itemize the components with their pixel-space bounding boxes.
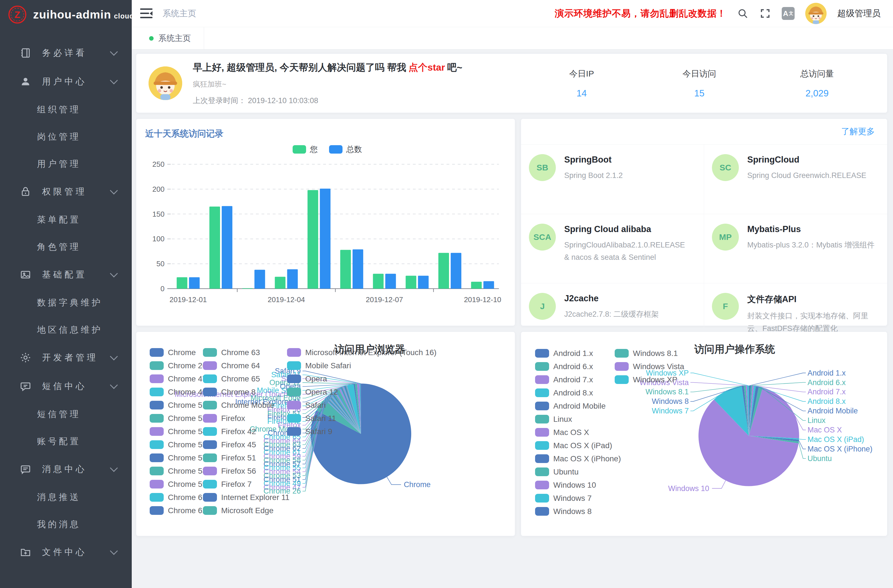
legend-item-Windows 8[interactable]: Windows 8 [535, 505, 621, 518]
legend-item-Windows Vista[interactable]: Windows Vista [615, 360, 684, 373]
legend-item-Firefox 51[interactable]: Firefox 51 [203, 451, 290, 465]
legend-item-Microsoft Edge[interactable]: Microsoft Edge [203, 504, 290, 517]
legend-item-Firefox 56[interactable]: Firefox 56 [203, 465, 290, 478]
bar-总数-2019-12-03[interactable] [254, 270, 265, 289]
tab-home[interactable]: 系统主页 [136, 27, 204, 49]
sidebar-item-文件中心[interactable]: 文件中心 [0, 538, 132, 566]
legend-item-Chrome 64[interactable]: Chrome 64 [203, 359, 290, 372]
bar-总数-2019-12-05[interactable] [320, 189, 331, 289]
bar-总数-2019-12-06[interactable] [353, 250, 363, 289]
sidebar-item-务必详看[interactable]: 务必详看 [0, 39, 132, 67]
sidebar-item-开发者管理[interactable]: 开发者管理 [0, 343, 132, 372]
legend-item-Ubuntu[interactable]: Ubuntu [535, 465, 621, 478]
app-logo[interactable]: Z zuihou-admincloud [0, 0, 132, 29]
star-link[interactable]: 点个star [408, 62, 445, 72]
bar-总数-2019-12-07[interactable] [385, 274, 396, 289]
legend-item-Mac OS X (iPhone)[interactable]: Mac OS X (iPhone) [535, 452, 621, 465]
legend-item-Windows 8.1[interactable]: Windows 8.1 [615, 347, 684, 360]
legend-item-Chrome 57[interactable]: Chrome 57 [150, 451, 207, 465]
legend-item-Chrome 61[interactable]: Chrome 61 [150, 491, 207, 504]
legend-item-Opera[interactable]: Opera [287, 372, 436, 385]
legend-item-Opera 12[interactable]: Opera 12 [287, 385, 436, 399]
sidebar-item-角色管理[interactable]: 角色管理 [0, 233, 132, 260]
sidebar-item-账号配置[interactable]: 账号配置 [0, 428, 132, 455]
sidebar-item-用户管理[interactable]: 用户管理 [0, 150, 132, 177]
legend-item-Chrome 65[interactable]: Chrome 65 [203, 372, 290, 385]
sidebar-item-我的消息[interactable]: 我的消息 [0, 511, 132, 538]
legend-item-Chrome 51[interactable]: Chrome 51 [150, 399, 207, 412]
bar-总数-2019-12-08[interactable] [418, 276, 428, 289]
legend-item-Chrome Mobile[interactable]: Chrome Mobile [203, 399, 290, 412]
sidebar-item-岗位管理[interactable]: 岗位管理 [0, 123, 132, 150]
stat-value[interactable]: 15 [640, 88, 758, 99]
legend-item-Android 8.x[interactable]: Android 8.x [535, 386, 621, 399]
legend-item-Windows 7[interactable]: Windows 7 [535, 492, 621, 505]
sidebar-item-组织管理[interactable]: 组织管理 [0, 96, 132, 123]
legend-item-Firefox[interactable]: Firefox [203, 412, 290, 425]
legend-item-Firefox 45[interactable]: Firefox 45 [203, 438, 290, 451]
legend-item-Internet Explorer 11[interactable]: Internet Explorer 11 [203, 491, 290, 504]
sidebar-collapse-icon[interactable] [140, 8, 152, 18]
search-icon[interactable] [737, 8, 749, 20]
bar-总数-2019-12-01[interactable] [189, 277, 200, 289]
legend-item-Firefox 7[interactable]: Firefox 7 [203, 478, 290, 491]
legend-item-Chrome 55[interactable]: Chrome 55 [150, 438, 207, 451]
bar-您-2019-12-03[interactable] [242, 288, 253, 289]
sidebar-item-基础配置[interactable]: 基础配置 [0, 260, 132, 289]
legend-item-Chrome 8[interactable]: Chrome 8 [203, 385, 290, 399]
legend-item-Safari 9[interactable]: Safari 9 [287, 425, 436, 438]
sidebar-item-消息中心[interactable]: 消息中心 [0, 455, 132, 483]
sidebar-item-用户中心[interactable]: 用户中心 [0, 67, 132, 96]
sidebar-item-权限管理[interactable]: 权限管理 [0, 177, 132, 206]
legend-item-Android 1.x[interactable]: Android 1.x [535, 347, 621, 360]
bar-您-2019-12-02[interactable] [209, 206, 220, 289]
bar-您-2019-12-10[interactable] [471, 282, 482, 289]
bar-总数-2019-12-02[interactable] [222, 206, 232, 289]
legend-item-Windows 10[interactable]: Windows 10 [535, 478, 621, 492]
legend-item-Safari[interactable]: Safari [287, 399, 436, 412]
legend-item-Safari 11[interactable]: Safari 11 [287, 412, 436, 425]
legend-item-您[interactable]: 您 [293, 144, 318, 155]
sidebar-item-数据字典维护[interactable]: 数据字典维护 [0, 289, 132, 316]
legend-item-Chrome 63[interactable]: Chrome 63 [203, 346, 290, 359]
legend-item-Chrome[interactable]: Chrome [150, 346, 207, 359]
sidebar-item-短信管理[interactable]: 短信管理 [0, 400, 132, 428]
bar-您-2019-12-01[interactable] [177, 277, 187, 289]
legend-item-Windows XP[interactable]: Windows XP [615, 373, 684, 386]
bar-您-2019-12-05[interactable] [307, 190, 318, 289]
legend-item-Chrome 54[interactable]: Chrome 54 [150, 425, 207, 438]
legend-item-Chrome 49[interactable]: Chrome 49 [150, 385, 207, 399]
translate-icon[interactable]: A文 [782, 7, 795, 20]
legend-item-总数[interactable]: 总数 [329, 144, 362, 155]
username-label[interactable]: 超级管理员 [837, 8, 881, 20]
learn-more-link[interactable]: 了解更多 [841, 126, 875, 137]
bar-总数-2019-12-09[interactable] [451, 253, 462, 289]
legend-item-Mac OS X (iPad)[interactable]: Mac OS X (iPad) [535, 439, 621, 452]
user-avatar[interactable] [805, 3, 827, 24]
bar-您-2019-12-07[interactable] [373, 274, 384, 289]
bar-您-2019-12-09[interactable] [438, 253, 449, 289]
stat-value[interactable]: 14 [523, 88, 640, 99]
legend-item-Android 7.x[interactable]: Android 7.x [535, 373, 621, 386]
bar-总数-2019-12-04[interactable] [287, 269, 298, 289]
bar-您-2019-12-06[interactable] [340, 250, 351, 289]
legend-item-Android 6.x[interactable]: Android 6.x [535, 360, 621, 373]
sidebar-item-短信中心[interactable]: 短信中心 [0, 372, 132, 400]
sidebar-item-菜单配置[interactable]: 菜单配置 [0, 206, 132, 233]
sidebar-item-地区信息维护[interactable]: 地区信息维护 [0, 316, 132, 343]
legend-item-Linux[interactable]: Linux [535, 412, 621, 426]
legend-item-Firefox 42[interactable]: Firefox 42 [203, 425, 290, 438]
stat-value[interactable]: 2,029 [758, 88, 876, 99]
bar-总数-2019-12-10[interactable] [484, 281, 494, 289]
legend-item-Mobile Safari[interactable]: Mobile Safari [287, 359, 436, 372]
sidebar-item-消息推送[interactable]: 消息推送 [0, 483, 132, 511]
legend-item-Chrome 47[interactable]: Chrome 47 [150, 372, 207, 385]
legend-item-Chrome 58[interactable]: Chrome 58 [150, 465, 207, 478]
bar-您-2019-12-08[interactable] [406, 276, 416, 289]
legend-item-Android Mobile[interactable]: Android Mobile [535, 399, 621, 412]
legend-item-Mac OS X[interactable]: Mac OS X [535, 426, 621, 439]
legend-item-Chrome 53[interactable]: Chrome 53 [150, 412, 207, 425]
legend-item-Chrome 62[interactable]: Chrome 62 [150, 504, 207, 517]
legend-item-Chrome 59[interactable]: Chrome 59 [150, 478, 207, 491]
bar-您-2019-12-04[interactable] [275, 277, 285, 289]
